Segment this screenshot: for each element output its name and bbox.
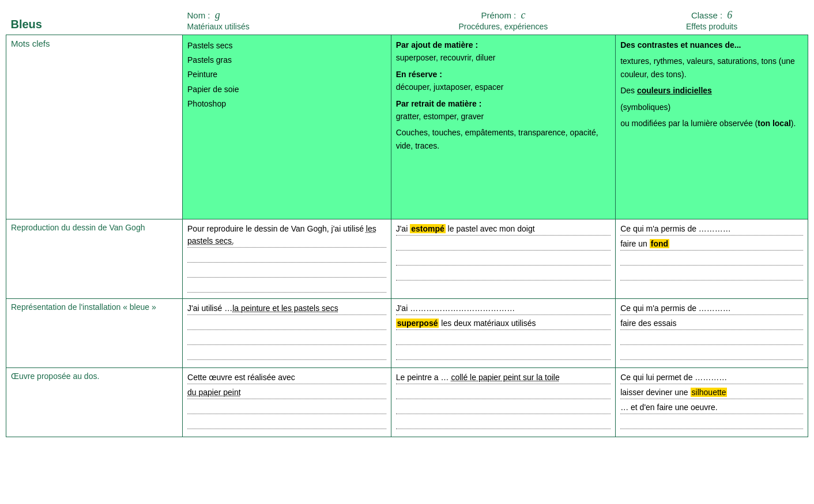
inst-eff-line2: faire des essais (620, 317, 803, 330)
effets-line2: textures, rythmes, valeurs, saturations,… (620, 55, 803, 81)
nom-value: g (215, 9, 220, 21)
materiaux-cell: Pastels secs Pastels gras Peinture Papie… (183, 35, 391, 219)
materiaux-label: Matériaux utilisés (187, 22, 250, 31)
procedures-content: Par ajout de matière : superposer, recou… (396, 39, 610, 152)
oeu-mat-prefix: Cette œuvre est réalisée avec (187, 373, 295, 382)
en-reserve-content: découper, juxtaposer, espacer (396, 81, 610, 93)
installation-label: Représentation de l'installation « bleue… (6, 299, 183, 368)
mots-clefs-row: Mots clefs Pastels secs Pastels gras Pei… (6, 35, 808, 219)
oeuvre-label-text: Œuvre proposée au dos. (11, 372, 99, 381)
oeu-eff-prefix: Ce qui lui permet de ………… (620, 373, 727, 382)
inst-proc-suffix: les deux matériaux utilisés (439, 319, 536, 328)
prenom-cell: Prénom : c Procédures, expériences (391, 6, 615, 35)
oeuvre-procedures-content: Le peintre a … collé le papier peint sur… (396, 372, 610, 429)
inst-proc-line3 (396, 332, 610, 345)
effets-line4: (symboliques) (620, 101, 803, 113)
oeu-proc-line3 (396, 401, 610, 414)
en-reserve-title: En réserve : (396, 70, 442, 79)
oeu-eff-line4 (620, 416, 803, 429)
vg-eff-line3 (620, 253, 803, 266)
oeu-eff-line1: Ce qui lui permet de ………… (620, 372, 803, 384)
van-gogh-label-text: Reproduction du dessin de Van Gogh (11, 223, 145, 232)
vg-proc-line4 (396, 268, 610, 281)
van-gogh-procedures: J'ai estompé le pastel avec mon doigt (391, 219, 615, 299)
oeuvre-effets-content: Ce qui lui permet de ………… laisser devine… (620, 372, 803, 429)
vg-proc-line3 (396, 253, 610, 266)
oeu-proc-line4 (396, 416, 610, 429)
autres-content: Couches, touches, empâtements, transpare… (396, 126, 610, 152)
vg-eff-line2: faire un fond (620, 238, 803, 251)
bleus-title: Bleus (11, 18, 42, 31)
installation-materiaux-content: J'ai utilisé …la peinture et les pastels… (187, 302, 386, 360)
oeu-proc-prefix: Le peintre a … (396, 373, 451, 382)
par-ajout-title: Par ajout de matière : (396, 40, 478, 50)
vg-mat-line3 (187, 265, 386, 278)
effets-line5: ou modifiées par la lumière observée ( (620, 119, 758, 128)
oeu-eff-fill3: … et d'en faire une oeuvre. (620, 403, 717, 412)
oeu-mat-line1: Cette œuvre est réalisée avec (187, 372, 386, 384)
inst-eff-line4 (620, 347, 803, 360)
vg-eff-line1: Ce qui m'a permis de ………… (620, 223, 803, 236)
oeuvre-procedures: Le peintre a … collé le papier peint sur… (391, 368, 615, 437)
materiaux-item-1: Pastels secs (187, 39, 386, 53)
inst-mat-line4 (187, 347, 386, 360)
oeu-proc-line2 (396, 386, 610, 399)
effets-line3: Des (620, 86, 635, 95)
header-row: Bleus Nom : g Matériaux utilisés Prénom … (6, 6, 808, 35)
oeu-proc-fill: collé le papier peint sur la toile (451, 373, 559, 382)
oeuvre-effets: Ce qui lui permet de ………… laisser devine… (616, 368, 808, 437)
couleurs-indicielles: couleurs indicielles (637, 86, 712, 95)
vg-mat-line2 (187, 250, 386, 263)
page: Bleus Nom : g Matériaux utilisés Prénom … (0, 0, 814, 504)
classe-value: 6 (727, 9, 732, 21)
installation-label-text: Représentation de l'installation « bleue… (11, 302, 156, 312)
materiaux-item-4: Papier de soie (187, 82, 386, 97)
oeu-mat-line2: du papier peint (187, 386, 386, 399)
inst-eff-line1: Ce qui m'a permis de ………… (620, 302, 803, 315)
materiaux-item-5: Photoshop (187, 97, 386, 111)
installation-procedures: J'ai ………………………………… superposé les deux ma… (391, 299, 615, 368)
vg-proc-suffix: le pastel avec mon doigt (446, 224, 535, 233)
van-gogh-effets: Ce qui m'a permis de ………… faire un fond (616, 219, 808, 299)
materiaux-item-3: Peinture (187, 67, 386, 82)
inst-proc-line1: J'ai ………………………………… (396, 302, 610, 315)
vg-eff-line4 (620, 268, 803, 281)
van-gogh-label: Reproduction du dessin de Van Gogh (6, 219, 183, 299)
oeu-eff-fill1: laisser deviner une (620, 388, 688, 397)
materiaux-item-2: Pastels gras (187, 53, 386, 67)
oeu-mat-line3 (187, 401, 386, 414)
inst-proc-fill: superposé (396, 319, 439, 328)
inst-eff-line3 (620, 332, 803, 345)
materiaux-list: Pastels secs Pastels gras Peinture Papie… (187, 39, 386, 111)
bleus-label: Bleus (6, 6, 183, 35)
inst-proc-line4 (396, 347, 610, 360)
installation-effets-content: Ce qui m'a permis de ………… faire des essa… (620, 302, 803, 360)
van-gogh-materiaux-content: Pour reproduire le dessin de Van Gogh, j… (187, 223, 386, 293)
installation-materiaux: J'ai utilisé …la peinture et les pastels… (183, 299, 391, 368)
effets-line1: Des contrastes et nuances de... (620, 40, 741, 50)
mots-clefs-text: Mots clefs (11, 39, 50, 48)
procedures-label: Procédures, expériences (458, 22, 548, 31)
effets-cell: Des contrastes et nuances de... textures… (616, 35, 808, 219)
oeu-mat-fill: du papier peint (187, 388, 241, 397)
inst-mat-line3 (187, 332, 386, 345)
row-oeuvre: Œuvre proposée au dos. Cette œuvre est r… (6, 368, 808, 437)
inst-eff-fill1: faire des essais (620, 319, 676, 328)
mots-clefs-label: Mots clefs (6, 35, 183, 219)
effets-line5-end: ). (791, 119, 796, 128)
oeuvre-label: Œuvre proposée au dos. (6, 368, 183, 437)
procedures-cell: Par ajout de matière : superposer, recou… (391, 35, 615, 219)
inst-mat-prefix: J'ai utilisé … (187, 304, 232, 313)
par-ajout-content: superposer, recouvrir, diluer (396, 51, 610, 64)
prenom-label: Prénom : (481, 10, 516, 20)
vg-mat-prefix: Pour reproduire le dessin de Van Gogh, j… (187, 224, 366, 233)
installation-procedures-content: J'ai ………………………………… superposé les deux ma… (396, 302, 610, 360)
inst-mat-line1: J'ai utilisé …la peinture et les pastels… (187, 302, 386, 315)
vg-eff-fill1: faire un (620, 239, 647, 248)
par-retrait-title: Par retrait de matière : (396, 99, 482, 108)
vg-eff-fill2: fond (650, 239, 669, 248)
oeu-eff-line2: laisser deviner une silhouette (620, 386, 803, 399)
nom-label: Nom : (187, 10, 210, 20)
installation-effets: Ce qui m'a permis de ………… faire des essa… (616, 299, 808, 368)
oeuvre-materiaux: Cette œuvre est réalisée avec du papier … (183, 368, 391, 437)
